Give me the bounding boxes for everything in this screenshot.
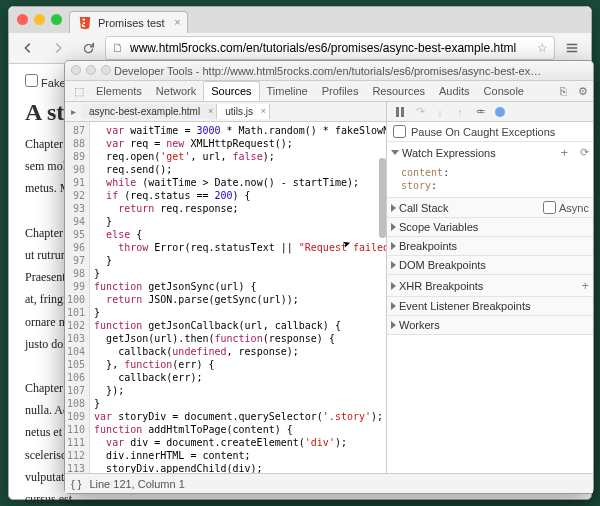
url-input[interactable] (130, 41, 531, 55)
step-over-icon[interactable]: ↷ (411, 105, 429, 118)
status-text: Line 121, Column 1 (89, 478, 184, 490)
pause-icon[interactable] (391, 105, 409, 118)
close-tab-icon[interactable]: × (261, 106, 266, 116)
disclosure-triangle-icon (391, 302, 396, 310)
browser-tab[interactable]: Promises test × (69, 11, 188, 33)
window-controls (17, 14, 62, 25)
pause-on-caught-checkbox[interactable] (393, 125, 406, 138)
inspect-icon[interactable]: ⬚ (69, 85, 89, 98)
disclosure-triangle-icon (391, 242, 396, 250)
forward-button[interactable] (45, 36, 71, 60)
watch-section: Watch Expressions + ⟳ content: story: (387, 142, 593, 198)
devtools-close-icon[interactable] (71, 65, 81, 75)
pause-on-caught-row[interactable]: Pause On Caught Exceptions (387, 122, 593, 142)
line-gutter: 87 88 89 90 91 92 93 94 95 96 97 98 99 1… (65, 122, 90, 473)
navigator-icon[interactable]: ▸ (65, 106, 81, 117)
watch-entry[interactable]: content: (401, 166, 585, 179)
deactivate-breakpoints-icon[interactable]: ⤂ (471, 105, 489, 118)
panel-network[interactable]: Network (149, 82, 203, 100)
panel-resources[interactable]: Resources (365, 82, 432, 100)
devtools-title: Developer Tools - http://www.html5rocks.… (114, 65, 544, 77)
panel-audits[interactable]: Audits (432, 82, 477, 100)
add-watch-icon[interactable]: + (560, 145, 568, 160)
scrollbar-thumb[interactable] (379, 158, 386, 238)
panel-elements[interactable]: Elements (89, 82, 149, 100)
svg-rect-0 (396, 107, 399, 117)
watch-body: content: story: (387, 163, 593, 197)
drawer-icon[interactable]: ⎘ (553, 85, 573, 97)
devtools-window: Developer Tools - http://www.html5rocks.… (64, 60, 594, 494)
disclosure-triangle-icon (391, 150, 399, 155)
devtools-window-controls (71, 65, 111, 75)
devtools-panels: ⬚ ElementsNetworkSourcesTimelineProfiles… (65, 81, 593, 102)
tab-close-icon[interactable]: × (174, 16, 180, 28)
omnibox[interactable]: 🗋 ☆ (105, 36, 555, 60)
async-checkbox[interactable]: Async (543, 201, 589, 214)
callstack-header[interactable]: Call StackAsync (387, 198, 593, 217)
disclosure-triangle-icon (391, 261, 396, 269)
menu-button[interactable] (559, 36, 585, 60)
source-tab[interactable]: utils.js× (217, 104, 270, 119)
devtools-statusbar: { } Line 121, Column 1 (65, 473, 593, 493)
workers-header[interactable]: Workers (387, 316, 593, 334)
html5-favicon-icon (78, 16, 92, 30)
debugger-column: ↷ ↓ ↑ ⤂ Pause On Caught Exceptions Watch… (387, 102, 593, 473)
minimize-window-icon[interactable] (34, 14, 45, 25)
step-into-icon[interactable]: ↓ (431, 106, 449, 118)
maximize-window-icon[interactable] (51, 14, 62, 25)
tab-title: Promises test (98, 17, 165, 29)
devtools-max-icon[interactable] (101, 65, 111, 75)
debugger-toolbar: ↷ ↓ ↑ ⤂ (387, 102, 593, 122)
page-icon: 🗋 (112, 41, 124, 55)
disclosure-triangle-icon (391, 321, 396, 329)
devtools-titlebar[interactable]: Developer Tools - http://www.html5rocks.… (65, 61, 593, 81)
code-editor[interactable]: 87 88 89 90 91 92 93 94 95 96 97 98 99 1… (65, 122, 386, 473)
source-tab[interactable]: async-best-example.html× (81, 104, 217, 119)
panel-profiles[interactable]: Profiles (315, 82, 366, 100)
sources-column: ▸ async-best-example.html×utils.js× 87 8… (65, 102, 387, 473)
reload-button[interactable] (75, 36, 101, 60)
svg-point-2 (495, 107, 505, 117)
refresh-watch-icon[interactable]: ⟳ (580, 146, 589, 159)
svg-rect-1 (401, 107, 404, 117)
close-window-icon[interactable] (17, 14, 28, 25)
breakpoints-header[interactable]: Breakpoints (387, 237, 593, 255)
watch-entry[interactable]: story: (401, 179, 585, 192)
back-button[interactable] (15, 36, 41, 60)
tab-bar: Promises test × (9, 7, 591, 33)
pause-exceptions-icon[interactable] (491, 105, 509, 118)
disclosure-triangle-icon (391, 204, 396, 212)
close-tab-icon[interactable]: × (208, 106, 213, 116)
panel-sources[interactable]: Sources (203, 81, 259, 101)
evt-breakpoints-header[interactable]: Event Listener Breakpoints (387, 297, 593, 315)
disclosure-triangle-icon (391, 223, 396, 231)
scope-header[interactable]: Scope Variables (387, 218, 593, 236)
xhr-breakpoints-header[interactable]: XHR Breakpoints+ (387, 275, 593, 296)
panel-console[interactable]: Console (477, 82, 531, 100)
add-xhr-bp-icon[interactable]: + (581, 278, 589, 293)
star-icon[interactable]: ☆ (537, 41, 548, 55)
source-tabs: ▸ async-best-example.html×utils.js× (65, 102, 386, 122)
panel-timeline[interactable]: Timeline (260, 82, 315, 100)
step-out-icon[interactable]: ↑ (451, 106, 469, 118)
settings-icon[interactable]: ⚙ (573, 85, 593, 98)
devtools-min-icon[interactable] (86, 65, 96, 75)
disclosure-triangle-icon (391, 282, 396, 290)
braces-icon[interactable]: { } (71, 478, 81, 490)
watch-header[interactable]: Watch Expressions + ⟳ (387, 142, 593, 163)
code-text[interactable]: var waitTime = 3000 * Math.random() * fa… (90, 122, 386, 473)
dom-breakpoints-header[interactable]: DOM Breakpoints (387, 256, 593, 274)
